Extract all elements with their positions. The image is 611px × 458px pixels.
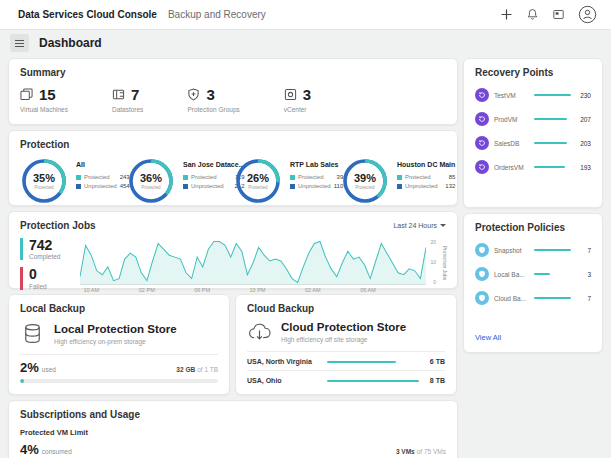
completed-label: Completed [29, 253, 80, 260]
protection-title: Protection [20, 139, 446, 150]
cloud-backup-card: Cloud Backup Cloud Protection Store High… [235, 294, 457, 395]
recovery-count: 207 [576, 116, 591, 123]
failed-value: 0 [29, 267, 80, 282]
donut-percent: 39% [354, 172, 376, 184]
protected-swatch [397, 175, 402, 180]
cloud-store-desc: High efficiency off site storage [281, 336, 406, 343]
policy-shield-icon [475, 291, 489, 305]
legend-label: Protected [298, 174, 324, 180]
region-name: USA, North Virginia [247, 358, 327, 365]
stat-datastores: 7 Datastores [112, 86, 143, 113]
policy-shield-icon [475, 267, 489, 281]
donut-percent: 36% [140, 172, 162, 184]
protection-group-all: 35%Protected All Protected243 Unprotecte… [20, 157, 127, 205]
recovery-bar [534, 94, 571, 96]
region-bar [327, 380, 419, 382]
failed-jobs-stat: 0 Failed [20, 267, 80, 289]
consumed-amount: 3 VMs [396, 448, 415, 455]
stat-vcenter: 3 vCenter [284, 86, 311, 113]
apps-button[interactable] [552, 8, 565, 21]
y-axis-labels: 20 10 0 [426, 236, 436, 286]
region-bar [327, 361, 419, 363]
recovery-bar [534, 118, 571, 120]
group-name: RTP Lab Sales [290, 161, 343, 168]
used-amount: 32 GB [176, 366, 195, 373]
add-button[interactable] [500, 8, 513, 21]
recovery-point-icon [475, 112, 489, 126]
brand: Data Services Cloud Console Backup and R… [18, 9, 266, 20]
unprotected-count: 132 [445, 183, 455, 189]
protected-count: 85 [449, 174, 456, 180]
used-percent: 2% [20, 360, 39, 375]
recovery-count: 230 [576, 92, 591, 99]
recovery-count: 203 [576, 140, 591, 147]
summary-card: Summary 15 Virtual Machines 7 [8, 58, 458, 125]
legend-label: Unprotected [298, 183, 331, 189]
policy-name: Cloud Ba... [494, 295, 529, 302]
toolbar: Dashboard [0, 30, 611, 56]
subscriptions-card: Subscriptions and Usage Protected VM Lim… [8, 400, 458, 458]
protection-donut: 36%Protected [127, 157, 175, 205]
recovery-point-row: OrdersVM 193 [475, 160, 591, 174]
view-all-link[interactable]: View All [475, 333, 591, 344]
failed-label: Failed [29, 283, 80, 290]
protected-swatch [76, 175, 81, 180]
protected-swatch [183, 175, 188, 180]
time-range-dropdown[interactable]: Last 24 Hours [393, 222, 446, 229]
y-axis-title: Protection Jobs [436, 236, 446, 297]
policy-shield-icon [475, 243, 489, 257]
recovery-point-icon [475, 88, 489, 102]
group-name: All [76, 161, 130, 168]
used-suffix: used [42, 366, 56, 373]
brand-title: Data Services Cloud Console [18, 9, 157, 20]
unprotected-swatch [76, 184, 81, 189]
hamburger-icon [15, 40, 24, 47]
policy-name: Local Ba... [494, 271, 529, 278]
region-value: 8 TB [419, 377, 445, 384]
donut-caption: Protected [355, 185, 374, 190]
protection-group-san-jose: 36%Protected San Jose Datace... Protecte… [127, 157, 234, 205]
avatar-icon [578, 5, 597, 24]
local-store-name: Local Protection Store [54, 323, 177, 335]
policy-bar [534, 249, 571, 251]
virtual-machines-icon [20, 88, 33, 101]
recovery-count: 193 [576, 164, 591, 171]
legend-label: Protected [191, 174, 217, 180]
menu-button[interactable] [10, 34, 29, 52]
legend-label: Unprotected [191, 183, 224, 189]
policy-count: 7 [576, 295, 591, 302]
consumed-percent: 4% [20, 442, 39, 457]
apps-icon [552, 8, 565, 21]
stat-label: Protection Groups [187, 106, 239, 113]
unprotected-swatch [290, 184, 295, 189]
stat-label: vCenter [284, 106, 311, 113]
bell-icon [526, 8, 539, 21]
donut-caption: Protected [248, 185, 267, 190]
protection-jobs-title: Protection Jobs [20, 220, 96, 231]
protection-policies-card: Protection Policies Snapshot 7 Local Ba.… [463, 213, 603, 353]
protection-jobs-card: Protection Jobs Last 24 Hours 742 Comple… [8, 211, 458, 289]
recovery-point-row: SalesDB 203 [475, 136, 591, 150]
recovery-point-icon [475, 136, 489, 150]
vm-name: ProdVM [494, 116, 529, 123]
policy-bar [534, 273, 571, 275]
subscriptions-title: Subscriptions and Usage [20, 409, 446, 420]
plus-icon [500, 8, 513, 21]
vm-name: SalesDB [494, 140, 529, 147]
stat-virtual-machines: 15 Virtual Machines [20, 86, 68, 113]
protected-swatch [290, 175, 295, 180]
group-name: Houston DC Main [397, 161, 455, 168]
dashboard-content: Summary 15 Virtual Machines 7 [0, 56, 611, 458]
time-range-label: Last 24 Hours [393, 222, 437, 229]
local-backup-card: Local Backup Local Protection Store High… [8, 294, 230, 395]
completed-value: 742 [29, 238, 80, 253]
notifications-button[interactable] [526, 8, 539, 21]
subscription-usage: 4% consumed 3 VMs of 75 VMs [20, 442, 446, 457]
policy-row: Snapshot 7 [475, 243, 591, 257]
recovery-bar [534, 166, 571, 168]
stat-value: 7 [131, 86, 139, 103]
legend-label: Unprotected [84, 183, 117, 189]
consumed-total: of 75 VMs [417, 448, 446, 455]
donut-caption: Protected [141, 185, 160, 190]
avatar-button[interactable] [578, 5, 597, 24]
